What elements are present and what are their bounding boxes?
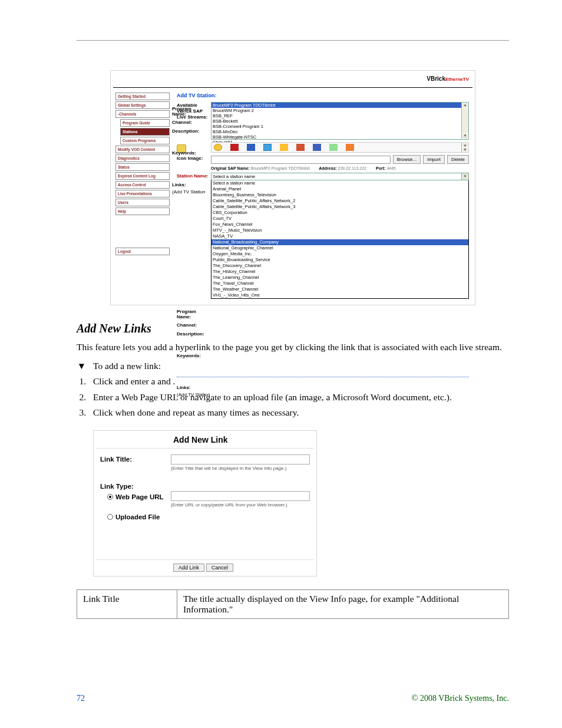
dropdown-option[interactable]: Oxygen_Media_Inc. <box>211 251 468 257</box>
sidebar-item[interactable]: Program Guide <box>120 119 170 127</box>
label: Description: <box>172 129 200 134</box>
scroll-down-icon[interactable]: ▼ <box>462 133 468 139</box>
label: Link Type: <box>100 482 171 490</box>
list-item[interactable]: BSB-Whitegate-NTSC <box>211 134 468 140</box>
sap-info: Original SAP Name: BruceMP2 Program TDOT… <box>211 165 469 172</box>
dropdown-option[interactable]: The_Learning_Channel <box>211 275 468 281</box>
hint-text: (Enter URL or copy/paste URL from your W… <box>171 502 310 508</box>
list-item[interactable]: BSB-MixDec <box>211 129 468 134</box>
list-text: Enter a Web Page URL or navigate to an u… <box>93 391 509 404</box>
radio-uploadfile[interactable]: Uploaded File <box>107 513 171 521</box>
sidebar-item[interactable]: -Channels <box>115 110 170 118</box>
icon-opt[interactable] <box>329 144 338 151</box>
dropdown-option[interactable]: The_Weather_Channel <box>211 286 468 292</box>
page-title: Add TV Station: <box>177 93 469 98</box>
station-name-select[interactable]: Select a station name ▼ <box>211 173 469 180</box>
dropdown-option[interactable]: Fox_News_Channel <box>211 222 468 228</box>
dropdown-option[interactable]: The_History_Channel <box>211 269 468 275</box>
dropdown-option[interactable]: Animal_Planet <box>211 186 468 192</box>
dialog-title: Add New Link <box>173 434 313 447</box>
table-cell: The title actually displayed on the View… <box>177 589 509 618</box>
icon-opt[interactable] <box>313 144 321 151</box>
dropdown-option[interactable]: Public_Broadcasting_Service <box>211 257 468 263</box>
sidebar-item[interactable]: Expired Content Log <box>115 172 170 180</box>
list-item[interactable]: BSB-Beckett <box>211 118 468 124</box>
select-value: Select a station name <box>213 174 255 179</box>
icon-opt[interactable] <box>346 144 354 151</box>
copyright: © 2008 VBrick Systems, Inc. <box>412 694 509 703</box>
sidebar-nav: Getting StartedGlobal Settings-ChannelsP… <box>113 88 172 302</box>
sidebar-item[interactable]: Status <box>115 163 170 171</box>
sidebar-item[interactable]: Access Control <box>115 181 170 189</box>
add-link-button[interactable]: Add Link <box>173 564 204 572</box>
logout-button[interactable]: Logout <box>115 248 170 255</box>
scrollbar[interactable]: ▲ ▼ <box>461 103 468 139</box>
sidebar-item[interactable]: Diagnostics <box>115 154 170 162</box>
live-streams-listbox[interactable]: BruceMP2 Program TDOT8mbitBruceWM Progra… <box>211 102 469 140</box>
icon-opt[interactable] <box>263 144 272 151</box>
sidebar-item[interactable]: Live Presentations <box>115 190 170 197</box>
dropdown-option[interactable]: National_Broadcasting_Company <box>211 239 468 245</box>
label: Icon Image: <box>177 155 211 164</box>
sidebar-item[interactable]: Custom Programs <box>120 137 170 144</box>
dropdown-option[interactable]: Bloomberg_Business_Television <box>211 192 468 198</box>
sidebar-item[interactable]: Users <box>115 199 170 206</box>
list-text: To add a new link: <box>93 360 509 373</box>
list-marker: 3. <box>77 406 93 419</box>
url-input[interactable] <box>171 491 310 501</box>
icon-path-input[interactable] <box>211 156 391 164</box>
icon-opt[interactable] <box>296 144 305 151</box>
sidebar-item[interactable]: Global Settings <box>115 101 170 109</box>
link-title-input[interactable] <box>171 454 310 465</box>
list-text: Click when done and repeat as many times… <box>93 406 509 419</box>
dropdown-option[interactable]: MTV_-_Music_Television <box>211 228 468 233</box>
logo: VBrickEtherneTV <box>427 75 469 82</box>
scrollbar[interactable]: ▲ ▼ <box>461 143 468 152</box>
list-marker: 1. <box>77 375 93 388</box>
dropdown-option[interactable]: The_Travel_Channel <box>211 281 468 286</box>
scroll-down-icon[interactable]: ▼ <box>462 147 468 152</box>
label: (Add TV Station <box>172 189 205 195</box>
icon-opt[interactable] <box>247 144 255 151</box>
sidebar-item[interactable]: Modify VOD Content <box>115 146 170 153</box>
page-number: 72 <box>77 694 85 703</box>
list-item[interactable]: BSB_REF <box>211 113 468 118</box>
list-item[interactable]: BruceMP2 Program TDOT8mbit <box>211 103 468 108</box>
dropdown-option[interactable]: National_Geographic_Channel <box>211 245 468 251</box>
chevron-down-icon[interactable]: ▼ <box>461 173 468 180</box>
list-item[interactable]: BSB-Cromwell Program 1 <box>211 124 468 129</box>
list-item[interactable]: BruceWM Program 2 <box>211 108 468 113</box>
import-button[interactable]: Import <box>423 155 445 164</box>
cancel-button[interactable]: Cancel <box>206 564 233 572</box>
icon-opt[interactable] <box>280 144 288 151</box>
admin-screenshot: VBrickEtherneTV Getting StartedGlobal Se… <box>110 70 475 305</box>
sidebar-item[interactable]: Stations <box>120 128 170 136</box>
radio-label: Uploaded File <box>115 513 160 521</box>
label: Link Title: <box>100 454 171 471</box>
scroll-up-icon[interactable]: ▲ <box>462 143 468 147</box>
delete-button[interactable]: Delete <box>447 155 469 164</box>
dropdown-option[interactable]: CBS_Corporation <box>211 210 468 216</box>
icon-palette[interactable]: ▲ ▼ <box>211 142 469 153</box>
label: Program Name: <box>177 309 211 319</box>
list-marker: ▼ <box>77 360 93 373</box>
dropdown-option[interactable]: Select a station name <box>211 180 468 186</box>
icon-opt[interactable] <box>214 144 222 151</box>
label: Channel: <box>172 120 192 125</box>
scroll-up-icon[interactable]: ▲ <box>462 103 468 108</box>
dropdown-option[interactable]: Court_TV <box>211 216 468 222</box>
station-name-dropdown[interactable]: Select a station nameAnimal_PlanetBloomb… <box>211 180 469 299</box>
radio-webpage[interactable]: Web Page URL <box>107 493 171 500</box>
label: Description: <box>177 331 211 337</box>
browse-button[interactable]: Browse... <box>393 155 421 164</box>
dropdown-option[interactable]: Cable_Satellite_Public_Affairs_Network_3 <box>211 204 468 210</box>
dropdown-option[interactable]: The_Discovery_Channel <box>211 263 468 269</box>
dropdown-option[interactable]: VH1_-_Video_Hits_One <box>211 292 468 298</box>
dropdown-option[interactable]: Cable_Satellite_Public_Affairs_Network_2 <box>211 198 468 204</box>
icon-opt[interactable] <box>230 144 239 151</box>
sidebar-item[interactable]: Getting Started <box>115 93 170 100</box>
sidebar-item[interactable]: Help <box>115 207 170 215</box>
label: Channel: <box>177 322 211 328</box>
hint-text: (Enter Title that will be displayed in t… <box>171 466 310 471</box>
dropdown-option[interactable]: NASA_TV <box>211 233 468 239</box>
